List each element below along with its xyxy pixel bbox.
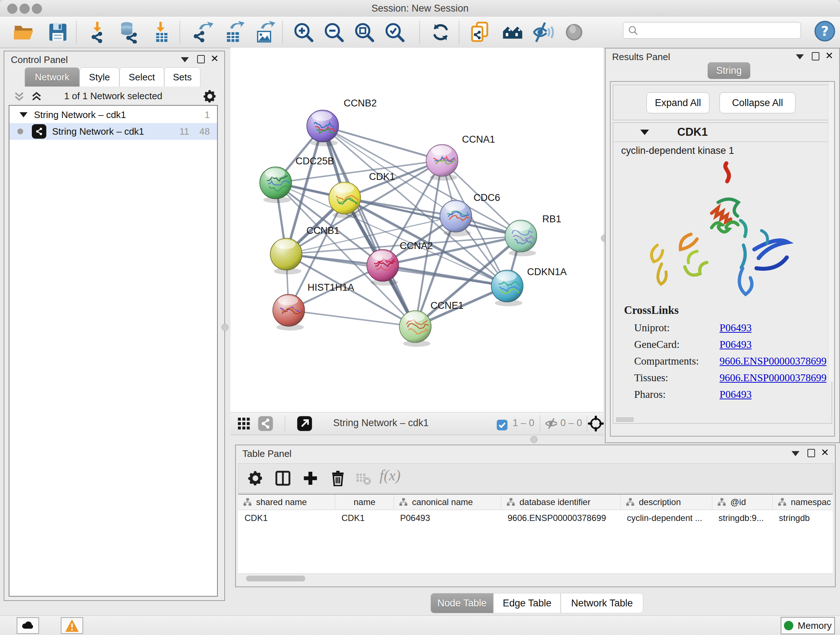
title-bar: Session: New Session [0, 0, 840, 17]
crosslink-link[interactable]: 9606.ENSP00000378699 [720, 355, 827, 367]
crosslink-link[interactable]: 9606.ENSP00000378699 [720, 372, 827, 384]
string-view-icon[interactable] [256, 415, 275, 432]
close-panel-icon[interactable]: ✕ [210, 53, 219, 64]
crosslink-label: Tissues: [634, 372, 720, 384]
zoom-fit-icon[interactable] [352, 20, 377, 44]
main-toolbar: ? [0, 17, 840, 48]
network-overview-icon[interactable] [500, 20, 525, 44]
crosslink-row: Compartments: 9606.ENSP00000378699 [634, 355, 827, 367]
save-session-icon[interactable] [45, 20, 71, 44]
tab-style[interactable]: Style [80, 67, 119, 87]
table-horizontal-scrollbar[interactable] [238, 573, 833, 583]
results-vertical-scrollbar[interactable] [828, 82, 834, 382]
selected-checkbox-icon[interactable] [493, 416, 511, 434]
string-network-graph[interactable]: CCNB2CCNA1CDC25BCDK1CDC6RB1CCNB1CCNA2CDK… [231, 48, 603, 412]
column-header[interactable]: shared name [238, 494, 335, 510]
crosslink-label: GeneCard: [634, 339, 720, 350]
export-image-icon[interactable] [251, 20, 277, 44]
add-column-icon[interactable] [300, 468, 321, 488]
warnings-button[interactable] [61, 617, 83, 634]
column-header[interactable]: name [335, 494, 393, 510]
import-table-icon[interactable] [148, 20, 174, 44]
import-network-file-icon[interactable] [85, 20, 111, 44]
undock-panel-icon[interactable] [812, 52, 819, 60]
delete-column-icon[interactable] [327, 468, 348, 488]
collapse-all-button[interactable]: Collapse All [720, 92, 796, 113]
table-options-gear-icon[interactable] [245, 468, 266, 488]
protein-entry-header[interactable]: CDK1 [613, 123, 832, 142]
results-button-row: Expand All Collapse All [613, 85, 832, 120]
level-of-detail-icon[interactable] [561, 20, 587, 44]
cell-description[interactable]: cyclin-dependent ... [621, 510, 712, 526]
crosslink-link[interactable]: P06493 [720, 388, 752, 401]
column-header[interactable]: description [621, 494, 712, 510]
open-session-icon[interactable] [11, 20, 36, 44]
cell-shared-name[interactable]: CDK1 [238, 510, 335, 526]
network-view-toolbar: String Network – cdk1 1 – 0 0 – 0 [231, 412, 603, 435]
column-header[interactable]: @id [712, 494, 772, 510]
table-row[interactable]: CDK1 CDK1 P06493 9606.ENSP00000378699 cy… [238, 510, 833, 526]
zoom-selected-icon[interactable] [382, 20, 407, 44]
network-options-gear-icon[interactable] [202, 89, 217, 103]
help-icon[interactable]: ? [814, 20, 836, 42]
export-network-icon[interactable] [189, 20, 215, 44]
import-network-database-icon[interactable] [117, 20, 142, 44]
fit-selected-crosshair-icon[interactable] [587, 415, 605, 432]
zoom-out-icon[interactable] [321, 20, 347, 44]
show-columns-icon[interactable] [272, 468, 294, 488]
tab-network[interactable]: Network [25, 67, 80, 87]
toolbar-separator [459, 21, 459, 43]
column-header[interactable]: namespace [772, 494, 831, 510]
collapse-entry-icon[interactable] [640, 130, 649, 135]
tab-node-table[interactable]: Node Table [431, 593, 493, 613]
birds-eye-view-icon[interactable] [235, 415, 253, 432]
export-table-icon[interactable] [221, 20, 246, 44]
tab-edge-table[interactable]: Edge Table [493, 593, 561, 613]
network-list-header: 1 of 1 Network selected [8, 88, 218, 104]
crosslink-link[interactable]: P06493 [720, 339, 752, 350]
network-node-rb1 [505, 220, 537, 256]
left-splitter-handle[interactable] [221, 324, 229, 331]
network-row[interactable]: String Network – cdk1 11 48 [9, 123, 217, 140]
close-panel-icon[interactable]: ✕ [821, 447, 829, 458]
bottom-splitter-handle[interactable] [531, 436, 538, 443]
cell-id[interactable]: stringdb:9... [712, 510, 772, 526]
cloud-tasks-button[interactable] [17, 617, 39, 634]
float-panel-icon[interactable] [796, 54, 804, 59]
zoom-in-icon[interactable] [291, 20, 316, 44]
column-header[interactable]: canonical name [393, 494, 501, 510]
tab-select[interactable]: Select [119, 67, 164, 87]
network-collection-row[interactable]: String Network – cdk1 1 [9, 106, 217, 123]
memory-button[interactable]: Memory [781, 617, 835, 634]
expand-all-button[interactable]: Expand All [646, 92, 709, 113]
cell-database-identifier[interactable]: 9606.ENSP00000378699 [501, 510, 621, 526]
cell-name[interactable]: CDK1 [335, 510, 393, 526]
hide-graphics-details-icon[interactable] [531, 20, 556, 44]
crosslink-link[interactable]: P06493 [720, 322, 752, 334]
control-panel-title: Control Panel [11, 54, 68, 65]
tab-network-table[interactable]: Network Table [561, 593, 643, 613]
crosslink-row: Pharos: P06493 [634, 388, 827, 401]
protein-entry-panel: CDK1 cyclin-dependent kinase 1 [613, 122, 832, 424]
node-label: CCNE1 [431, 300, 464, 311]
undock-panel-icon[interactable] [197, 55, 205, 63]
clone-network-icon[interactable] [467, 20, 493, 44]
network-canvas[interactable]: CCNB2CCNA1CDC25BCDK1CDC6RB1CCNB1CCNA2CDK… [231, 48, 603, 412]
refresh-icon[interactable] [428, 20, 453, 44]
scrollbar-thumb[interactable] [246, 576, 305, 581]
column-header[interactable]: database identifier [501, 494, 621, 510]
float-panel-icon[interactable] [181, 57, 189, 62]
cell-canonical-name[interactable]: P06493 [393, 510, 501, 526]
tab-sets[interactable]: Sets [164, 67, 201, 87]
search-input[interactable] [623, 22, 801, 39]
tab-string[interactable]: String [707, 62, 750, 79]
cell-namespace[interactable]: stringdb [772, 510, 831, 526]
hidden-eye-icon[interactable] [542, 415, 561, 432]
close-panel-icon[interactable]: ✕ [825, 50, 834, 61]
open-in-new-window-icon[interactable] [295, 415, 314, 432]
float-panel-icon[interactable] [791, 451, 799, 456]
collection-expand-icon[interactable] [19, 112, 27, 117]
node-label: CDC25B [295, 156, 334, 166]
entry-horizontal-scrollbar[interactable] [616, 417, 633, 422]
undock-panel-icon[interactable] [807, 449, 815, 457]
